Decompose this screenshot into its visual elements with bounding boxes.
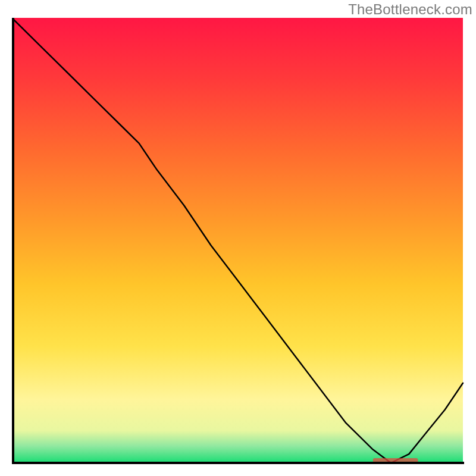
watermark-text: TheBottleneck.com	[348, 1, 472, 18]
gradient-bg	[13, 18, 463, 462]
chart-plot	[12, 18, 464, 464]
chart-container: TheBottleneck.com	[0, 0, 476, 476]
